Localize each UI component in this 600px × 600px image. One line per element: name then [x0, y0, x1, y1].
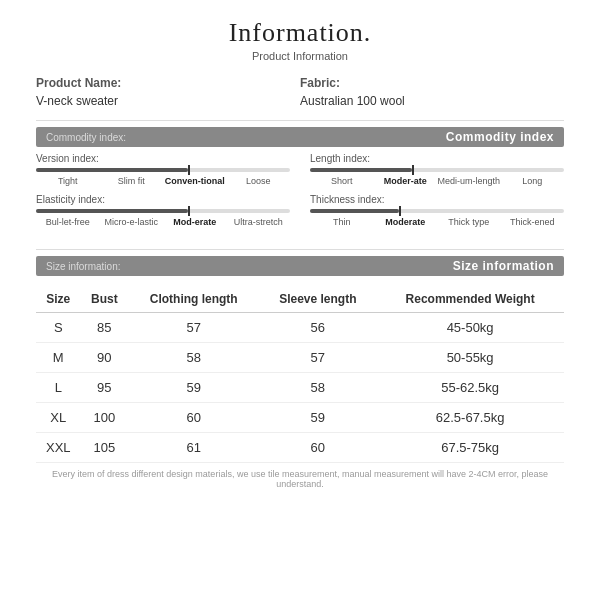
commodity-section: Version index: Tight Slim fit Conven-tio…: [36, 153, 564, 235]
footer-note: Every item of dress different design mat…: [36, 469, 564, 489]
thickness-options: Thin Moderate Thick type Thick-ened: [310, 217, 564, 227]
table-cell: 56: [259, 313, 376, 343]
divider-1: [36, 120, 564, 121]
version-opt-1: Slim fit: [100, 176, 164, 186]
elasticity-opt-3: Ultra-stretch: [227, 217, 291, 227]
table-cell: L: [36, 373, 81, 403]
table-cell: S: [36, 313, 81, 343]
table-row: XXL105616067.5-75kg: [36, 433, 564, 463]
col-sleeve-length: Sleeve length: [259, 286, 376, 313]
thickness-scale: Thin Moderate Thick type Thick-ened: [310, 209, 564, 227]
version-fill: [36, 168, 188, 172]
product-name-col: Product Name: V-neck sweater: [36, 76, 300, 108]
version-label: Version index:: [36, 153, 290, 164]
table-row: L95595855-62.5kg: [36, 373, 564, 403]
elasticity-bar: [36, 209, 290, 213]
commodity-bar-right: Commodity index: [446, 130, 554, 144]
table-cell: 100: [81, 403, 128, 433]
length-opt-2: Medi-um-length: [437, 176, 501, 186]
table-cell: 90: [81, 343, 128, 373]
thickness-marker: [399, 206, 401, 216]
table-cell: 58: [128, 343, 259, 373]
version-opt-3: Loose: [227, 176, 291, 186]
size-bar: Size information: Size information: [36, 256, 564, 276]
fabric-col: Fabric: Australian 100 wool: [300, 76, 564, 108]
index-row-2: Elasticity index: Bul-let-free Micro-e-l…: [36, 194, 564, 227]
version-marker: [188, 165, 190, 175]
col-rec-weight: Recommended Weight: [376, 286, 564, 313]
elasticity-opt-1: Micro-e-lastic: [100, 217, 164, 227]
table-row: M90585750-55kg: [36, 343, 564, 373]
table-cell: 50-55kg: [376, 343, 564, 373]
version-scale: Tight Slim fit Conven-tional Loose: [36, 168, 290, 186]
length-opt-1: Moder-ate: [374, 176, 438, 186]
version-opt-0: Tight: [36, 176, 100, 186]
table-cell: 59: [128, 373, 259, 403]
elasticity-fill: [36, 209, 188, 213]
table-cell: 85: [81, 313, 128, 343]
table-cell: 55-62.5kg: [376, 373, 564, 403]
product-name-value: V-neck sweater: [36, 94, 300, 108]
size-bar-left: Size information:: [46, 261, 453, 272]
length-opt-3: Long: [501, 176, 565, 186]
length-index: Length index: Short Moder-ate Medi-um-le…: [310, 153, 564, 186]
thickness-opt-0: Thin: [310, 217, 374, 227]
header: Information. Product Information: [36, 18, 564, 62]
col-bust: Bust: [81, 286, 128, 313]
table-cell: 57: [259, 343, 376, 373]
version-index: Version index: Tight Slim fit Conven-tio…: [36, 153, 290, 186]
length-scale: Short Moder-ate Medi-um-length Long: [310, 168, 564, 186]
thickness-bar: [310, 209, 564, 213]
elasticity-index: Elasticity index: Bul-let-free Micro-e-l…: [36, 194, 290, 227]
thickness-opt-3: Thick-ened: [501, 217, 565, 227]
page: Information. Product Information Product…: [0, 0, 600, 600]
index-row-1: Version index: Tight Slim fit Conven-tio…: [36, 153, 564, 186]
length-bar: [310, 168, 564, 172]
length-fill: [310, 168, 412, 172]
length-opt-0: Short: [310, 176, 374, 186]
table-cell: 67.5-75kg: [376, 433, 564, 463]
elasticity-scale: Bul-let-free Micro-e-lastic Mod-erate Ul…: [36, 209, 290, 227]
page-title: Information.: [36, 18, 564, 48]
table-row: S85575645-50kg: [36, 313, 564, 343]
elasticity-marker: [188, 206, 190, 216]
table-cell: 60: [259, 433, 376, 463]
table-cell: 95: [81, 373, 128, 403]
thickness-fill: [310, 209, 399, 213]
fabric-label: Fabric:: [300, 76, 564, 90]
table-row: XL100605962.5-67.5kg: [36, 403, 564, 433]
length-options: Short Moder-ate Medi-um-length Long: [310, 176, 564, 186]
length-marker: [412, 165, 414, 175]
thickness-index: Thickness index: Thin Moderate Thick typ…: [310, 194, 564, 227]
table-cell: 61: [128, 433, 259, 463]
thickness-opt-1: Moderate: [374, 217, 438, 227]
table-cell: M: [36, 343, 81, 373]
product-info: Product Name: V-neck sweater Fabric: Aus…: [36, 76, 564, 108]
elasticity-label: Elasticity index:: [36, 194, 290, 205]
thickness-label: Thickness index:: [310, 194, 564, 205]
elasticity-opt-0: Bul-let-free: [36, 217, 100, 227]
size-section: Size Bust Clothing length Sleeve length …: [36, 286, 564, 463]
table-cell: 45-50kg: [376, 313, 564, 343]
page-subtitle: Product Information: [36, 50, 564, 62]
fabric-value: Australian 100 wool: [300, 94, 564, 108]
elasticity-opt-2: Mod-erate: [163, 217, 227, 227]
table-cell: 105: [81, 433, 128, 463]
elasticity-options: Bul-let-free Micro-e-lastic Mod-erate Ul…: [36, 217, 290, 227]
table-cell: 58: [259, 373, 376, 403]
version-options: Tight Slim fit Conven-tional Loose: [36, 176, 290, 186]
commodity-bar: Commodity index: Commodity index: [36, 127, 564, 147]
version-opt-2: Conven-tional: [163, 176, 227, 186]
table-cell: 59: [259, 403, 376, 433]
thickness-opt-2: Thick type: [437, 217, 501, 227]
commodity-bar-left: Commodity index:: [46, 132, 446, 143]
table-cell: 57: [128, 313, 259, 343]
col-clothing-length: Clothing length: [128, 286, 259, 313]
table-header-row: Size Bust Clothing length Sleeve length …: [36, 286, 564, 313]
divider-2: [36, 249, 564, 250]
col-size: Size: [36, 286, 81, 313]
size-bar-right: Size information: [453, 259, 554, 273]
version-bar: [36, 168, 290, 172]
length-label: Length index:: [310, 153, 564, 164]
table-cell: 62.5-67.5kg: [376, 403, 564, 433]
